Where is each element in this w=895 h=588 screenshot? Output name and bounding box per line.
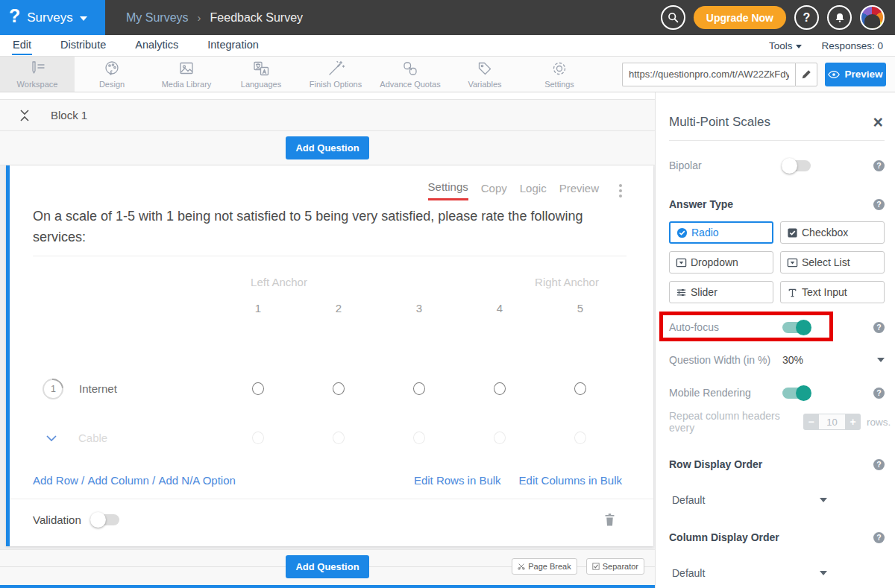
radio-internet-5[interactable] <box>574 382 586 395</box>
notifications-button[interactable] <box>827 5 852 30</box>
breadcrumb-current: Feedback Survey <box>210 11 304 25</box>
answer-type-slider[interactable]: Slider <box>669 281 773 303</box>
autofocus-toggle[interactable] <box>782 322 811 333</box>
scale-column-2[interactable]: 2 <box>298 302 379 314</box>
scale-column-4[interactable]: 4 <box>459 302 540 314</box>
add-na-option-link[interactable]: Add N/A Option <box>158 474 235 487</box>
column-display-order-row: Column Display Order <box>669 529 885 546</box>
editor-toolbar: Workspace Design Media Library Languages… <box>0 57 895 92</box>
add-column-link[interactable]: Add Column <box>87 474 149 487</box>
radio-cable-3[interactable] <box>413 431 425 444</box>
slider-lines-icon <box>676 287 687 298</box>
question-text[interactable]: On a scale of 1-5 with 1 being not satis… <box>33 206 611 248</box>
question-width-value[interactable]: 30% <box>782 354 803 366</box>
column-display-order-select[interactable]: Default <box>669 567 827 579</box>
tool-settings[interactable]: Settings <box>522 57 597 92</box>
validation-label: Validation <box>33 513 81 526</box>
tab-analytics[interactable]: Analytics <box>134 37 179 55</box>
radio-cable-2[interactable] <box>333 431 345 444</box>
question-more-menu[interactable] <box>616 183 625 199</box>
help-icon[interactable] <box>873 160 885 171</box>
search-button[interactable] <box>661 5 685 30</box>
surveys-menu[interactable]: ? Surveys <box>0 0 105 35</box>
radio-cable-5[interactable] <box>574 431 586 444</box>
responses-count[interactable]: Responses: 0 <box>821 40 883 51</box>
question-tab-preview[interactable]: Preview <box>559 182 599 200</box>
answer-type-select-list[interactable]: Select List <box>780 251 885 274</box>
row-label-internet[interactable]: Internet <box>79 382 117 395</box>
question-tab-settings[interactable]: Settings <box>428 180 468 200</box>
radio-cable-4[interactable] <box>494 431 506 444</box>
close-panel-button[interactable]: × <box>872 115 885 130</box>
tab-distribute[interactable]: Distribute <box>60 37 107 55</box>
breadcrumb-my-surveys[interactable]: My Surveys <box>126 11 189 25</box>
help-icon[interactable] <box>873 532 885 543</box>
radio-internet-4[interactable] <box>494 382 506 395</box>
question-tab-copy[interactable]: Copy <box>481 182 507 200</box>
add-row-link[interactable]: Add Row <box>33 474 78 487</box>
tool-advance-quotas[interactable]: Advance Quotas <box>373 57 448 92</box>
bipolar-toggle[interactable] <box>782 160 811 171</box>
tool-design[interactable]: Design <box>75 57 149 92</box>
question-links-row: Add Row / Add Column / Add N/A Option Ed… <box>33 474 626 487</box>
chevron-down-icon[interactable] <box>877 358 885 362</box>
separator-button[interactable]: Separator <box>586 558 644 575</box>
right-anchor-input[interactable]: Right Anchor <box>535 276 599 288</box>
pencil-icon <box>801 69 811 80</box>
mobile-rendering-toggle[interactable] <box>782 388 811 399</box>
scale-column-1[interactable]: 1 <box>218 302 298 314</box>
tools-menu[interactable]: Tools <box>769 40 803 51</box>
radio-internet-1[interactable] <box>252 382 264 395</box>
tool-media-library[interactable]: Media Library <box>149 57 224 92</box>
help-icon[interactable] <box>873 199 885 210</box>
edit-rows-bulk-link[interactable]: Edit Rows in Bulk <box>414 474 501 487</box>
question-tab-logic[interactable]: Logic <box>520 182 547 200</box>
scale-column-5[interactable]: 5 <box>540 302 621 314</box>
radio-internet-2[interactable] <box>333 382 345 395</box>
left-anchor-input[interactable]: Left Anchor <box>251 276 307 288</box>
edit-url-button[interactable] <box>795 63 817 86</box>
chevron-down-icon[interactable] <box>45 434 57 442</box>
collapse-block-icon[interactable] <box>19 109 30 122</box>
tool-languages[interactable]: Languages <box>224 57 298 92</box>
scale-column-3[interactable]: 3 <box>379 302 459 314</box>
stepper-minus-button[interactable] <box>803 414 819 430</box>
tab-edit[interactable]: Edit <box>12 37 32 55</box>
autofocus-row: Auto-focus <box>669 319 885 335</box>
page-break-button[interactable]: Page Break <box>512 558 577 575</box>
preview-button[interactable]: Preview <box>825 63 886 86</box>
radio-cable-1[interactable] <box>252 431 264 444</box>
answer-type-radio[interactable]: Radio <box>669 221 773 244</box>
avatar[interactable] <box>860 5 885 30</box>
survey-url-input[interactable] <box>622 63 795 86</box>
stepper-plus-button[interactable] <box>845 414 861 430</box>
delete-question-button[interactable] <box>603 512 616 527</box>
validation-toggle[interactable] <box>91 514 119 525</box>
stepper-value[interactable]: 10 <box>819 414 845 430</box>
tool-variables[interactable]: Variables <box>448 57 522 92</box>
checkbox-icon <box>592 563 600 570</box>
help-icon[interactable] <box>873 322 885 333</box>
next-block-edge <box>0 585 655 588</box>
help-icon[interactable] <box>873 388 885 399</box>
answer-type-checkbox[interactable]: Checkbox <box>780 221 885 244</box>
add-question-button-bottom[interactable]: Add Question <box>286 555 368 578</box>
tab-integration[interactable]: Integration <box>207 37 260 55</box>
help-button[interactable]: ? <box>794 5 819 30</box>
question-divider <box>33 256 626 256</box>
block-title[interactable]: Block 1 <box>51 109 87 121</box>
chevron-down-icon <box>796 45 802 48</box>
upgrade-now-button[interactable]: Upgrade Now <box>694 6 786 29</box>
row-display-order-select[interactable]: Default <box>669 494 827 506</box>
answer-type-text-input[interactable]: Text Input <box>780 281 885 303</box>
tool-workspace[interactable]: Workspace <box>0 57 75 92</box>
row-label-cable[interactable]: Cable <box>78 431 107 444</box>
add-question-button-top[interactable]: Add Question <box>286 136 368 159</box>
help-icon[interactable] <box>873 459 885 470</box>
tool-finish-options[interactable]: Finish Options <box>298 57 373 92</box>
radio-internet-3[interactable] <box>413 382 425 395</box>
answer-type-dropdown[interactable]: Dropdown <box>669 251 773 274</box>
edit-columns-bulk-link[interactable]: Edit Columns in Bulk <box>519 474 622 487</box>
tag-icon <box>475 60 494 78</box>
repeat-headers-suffix: rows. <box>867 417 891 428</box>
